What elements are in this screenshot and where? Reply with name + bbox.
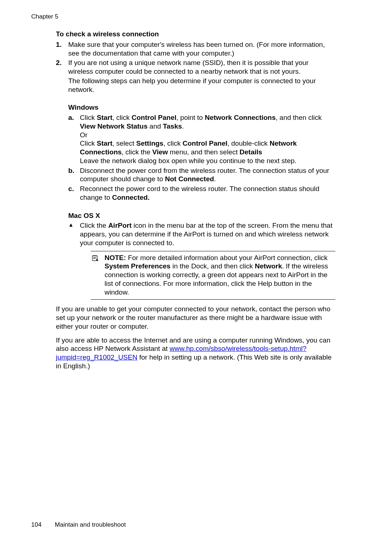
- paragraph-link: If you are able to access the Internet a…: [56, 336, 335, 370]
- page-number: 104: [31, 521, 41, 528]
- footer-title: Maintain and troubleshoot: [55, 521, 126, 528]
- note-text: NOTE: For more detailed information abou…: [91, 254, 335, 297]
- windows-subheading: Windows: [68, 103, 335, 112]
- step-2-para-2: The following steps can help you determi…: [68, 77, 335, 94]
- note-icon: [91, 254, 99, 264]
- ordered-steps: Make sure that your computer's wireless …: [56, 40, 335, 300]
- page-footer: 104 Maintain and troubleshoot: [31, 521, 126, 528]
- win-a-leave: Leave the network dialog box open while …: [80, 157, 335, 165]
- win-c-text: Reconnect the power cord to the wireless…: [80, 185, 319, 201]
- win-a-or: Or: [80, 131, 335, 139]
- chapter-header: Chapter 5: [31, 13, 58, 20]
- step-2-para-1: If you are not using a unique network na…: [68, 58, 335, 76]
- windows-step-a: Click Start, click Control Panel, point …: [68, 113, 335, 165]
- windows-step-c: Reconnect the power cord to the wireless…: [68, 185, 335, 202]
- section-heading: To check a wireless connection: [56, 30, 335, 39]
- macos-subheading: Mac OS X: [68, 211, 335, 220]
- note-callout: NOTE: For more detailed information abou…: [91, 251, 335, 300]
- step-2: If you are not using a unique network na…: [56, 58, 335, 300]
- paragraph-unable: If you are unable to get your computer c…: [56, 305, 335, 331]
- step-1-text: Make sure that your computer's wireless …: [68, 41, 325, 57]
- win-b-text: Disconnect the power cord from the wirel…: [80, 167, 329, 183]
- svg-rect-0: [93, 256, 97, 260]
- win-a-line2: Click Start, select Settings, click Cont…: [80, 139, 335, 157]
- windows-substeps: Click Start, click Control Panel, point …: [68, 113, 335, 202]
- macos-step: Click the AirPort icon in the menu bar a…: [68, 221, 335, 300]
- content-region: To check a wireless connection Make sure…: [56, 30, 335, 370]
- document-page: Chapter 5 To check a wireless connection…: [0, 0, 392, 543]
- win-a-line1: Click Start, click Control Panel, point …: [80, 114, 322, 130]
- windows-step-b: Disconnect the power cord from the wirel…: [68, 166, 335, 184]
- macos-substeps: Click the AirPort icon in the menu bar a…: [68, 221, 335, 300]
- mac-text: Click the AirPort icon in the menu bar a…: [80, 222, 332, 247]
- step-1: Make sure that your computer's wireless …: [56, 40, 335, 58]
